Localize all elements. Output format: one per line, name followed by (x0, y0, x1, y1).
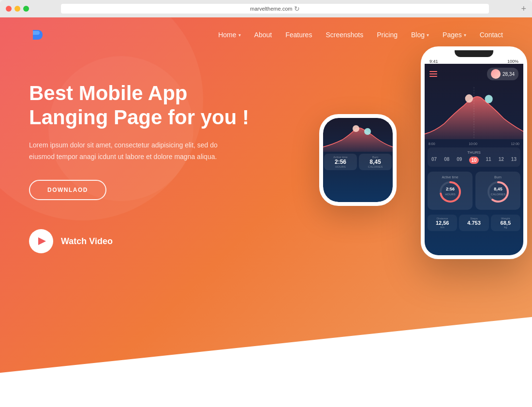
watch-stat-active: Active time 2:56 HOURS (324, 154, 357, 170)
time-label-1: 8:00 (429, 142, 435, 145)
svg-point-13 (364, 128, 371, 135)
watch-mockup: Active time 2:56 HOURS Burn 8,45 CALORIE… (319, 114, 397, 206)
download-button[interactable]: DOWNLAOD (29, 180, 106, 200)
phone-bottom-stats: Distance 12,56 km Steps 4.753 Weight 68,… (425, 213, 523, 233)
nav-item-pages[interactable]: Pages ▾ (443, 31, 466, 39)
nav-item-screenshots[interactable]: Screenshots (325, 31, 363, 39)
svg-text:2:56: 2:56 (445, 187, 454, 191)
watch-video-label: Watch Video (61, 236, 113, 247)
hero-subtitle: Lorem ipsum dolor sit amet, consectetur … (29, 140, 232, 163)
hero-section: Home ▾ About Features Screenshot (0, 17, 532, 407)
cal-day-11: 11 (486, 157, 491, 164)
svg-text:HOURS: HOURS (445, 193, 456, 196)
nav-arrow-blog: ▾ (427, 32, 429, 38)
phone-chart-area (425, 84, 523, 142)
phone-stat-distance: Distance 12,56 km (428, 215, 457, 231)
phone-badge-value: 28,34 (502, 72, 515, 77)
nav-link-pages[interactable]: Pages ▾ (443, 31, 466, 39)
nav-link-contact[interactable]: Contact (480, 31, 503, 39)
devices-container: 9:41 100% 28,34 (310, 37, 532, 317)
nav-link-pricing[interactable]: Pricing (377, 31, 398, 39)
nav-link-about[interactable]: About (254, 31, 272, 39)
nav-label-about: About (254, 31, 272, 39)
navbar: Home ▾ About Features Screenshot (0, 17, 532, 52)
browser-dot-red[interactable] (6, 6, 12, 12)
watch-button (396, 153, 397, 167)
cal-day-10: 10 (469, 157, 478, 164)
phone-stat-steps: Steps 4.753 (459, 215, 488, 231)
nav-link-screenshots[interactable]: Screenshots (325, 31, 363, 39)
phone-mockup: 9:41 100% 28,34 (421, 46, 527, 259)
svg-point-12 (353, 125, 359, 132)
browser-refresh-icon: ↻ (294, 5, 300, 13)
nav-arrow-home: ▾ (238, 32, 241, 38)
browser-url: marveltheme.com (250, 6, 292, 12)
nav-label-home: Home (218, 31, 236, 39)
chart-svg (425, 87, 523, 139)
cal-day-08: 08 (444, 157, 449, 164)
hamburger-icon (429, 71, 437, 77)
play-icon[interactable] (29, 229, 53, 253)
watch-video-button[interactable]: Watch Video (29, 229, 251, 253)
hero-content: Best Mobile AppLanging Page for you ! Lo… (0, 52, 281, 253)
nav-link-features[interactable]: Features (285, 31, 312, 39)
watch-stats-grid: Active time 2:56 HOURS Burn 8,45 CALORIE… (323, 152, 393, 172)
phone-time-labels: 8:00 10:00 12:00 (425, 142, 523, 145)
burn-label: Burn (479, 175, 517, 179)
phone-screen: 28,34 (425, 64, 523, 259)
navbar-nav: Home ▾ About Features Screenshot (218, 31, 503, 39)
browser-dot-yellow[interactable] (15, 6, 20, 12)
phone-stat-weight: Weight 68,5 kg (491, 215, 520, 231)
browser-new-tab-button[interactable]: + (521, 4, 526, 14)
nav-item-pricing[interactable]: Pricing (377, 31, 398, 39)
phone-cal-days: 07 08 09 10 11 12 13 (431, 157, 517, 164)
phone-avatar (491, 69, 501, 79)
nav-link-home[interactable]: Home ▾ (218, 31, 240, 39)
nav-item-features[interactable]: Features (285, 31, 312, 39)
nav-item-contact[interactable]: Contact (480, 31, 503, 39)
site-wrapper: Home ▾ About Features Screenshot (0, 17, 532, 407)
browser-addressbar[interactable]: marveltheme.com ↻ (61, 4, 489, 14)
nav-link-blog[interactable]: Blog ▾ (411, 31, 429, 39)
browser-chrome: marveltheme.com ↻ + (0, 0, 532, 17)
svg-text:8,45: 8,45 (494, 187, 502, 191)
nav-label-features: Features (285, 31, 312, 39)
navbar-logo[interactable] (29, 26, 46, 44)
nav-item-about[interactable]: About (254, 31, 272, 39)
hero-title: Best Mobile AppLanging Page for you ! (29, 81, 251, 130)
watch-screen: Active time 2:56 HOURS Burn 8,45 CALORIE… (323, 118, 393, 202)
cal-day-13: 13 (511, 157, 517, 164)
cal-day-07: 07 (431, 157, 437, 164)
cal-day-09: 09 (457, 157, 462, 164)
phone-app-header: 28,34 (425, 64, 523, 84)
phone-stat-active-time: Active time 2:56 HOURS (428, 172, 473, 210)
watch-stat-burn: Burn 8,45 CALORIES (359, 154, 392, 170)
active-time-ring: 2:56 HOURS (438, 180, 462, 204)
svg-text:CALORIES: CALORIES (490, 193, 505, 196)
browser-dot-green[interactable] (23, 6, 29, 12)
watch-chart-svg (323, 118, 393, 152)
svg-point-2 (485, 95, 492, 103)
cal-day-12: 12 (499, 157, 504, 164)
nav-label-pricing: Pricing (377, 31, 398, 39)
nav-label-screenshots: Screenshots (325, 31, 363, 39)
active-time-label: Active time (431, 175, 469, 179)
phone-stat-burn: Burn 8,45 CALORIES (475, 172, 520, 210)
phone-battery: 100% (507, 59, 518, 64)
svg-point-1 (465, 94, 473, 102)
burn-ring: 8,45 CALORIES (486, 180, 510, 204)
phone-calendar: THURS 07 08 09 10 11 12 13 (428, 147, 520, 167)
nav-label-contact: Contact (480, 31, 503, 39)
time-label-2: 10:00 (469, 142, 477, 145)
nav-arrow-pages: ▾ (464, 32, 466, 38)
nav-label-pages: Pages (443, 31, 462, 39)
phone-stats-grid: Active time 2:56 HOURS Burn (425, 169, 523, 213)
phone-status-bar: 9:41 100% (425, 57, 523, 64)
nav-label-blog: Blog (411, 31, 425, 39)
nav-item-blog[interactable]: Blog ▾ (411, 31, 429, 39)
time-label-3: 12:00 (511, 142, 519, 145)
phone-cal-header: THURS (431, 150, 517, 155)
phone-time: 9:41 (429, 59, 438, 64)
nav-item-home[interactable]: Home ▾ (218, 31, 240, 39)
watch-chart (323, 118, 393, 152)
